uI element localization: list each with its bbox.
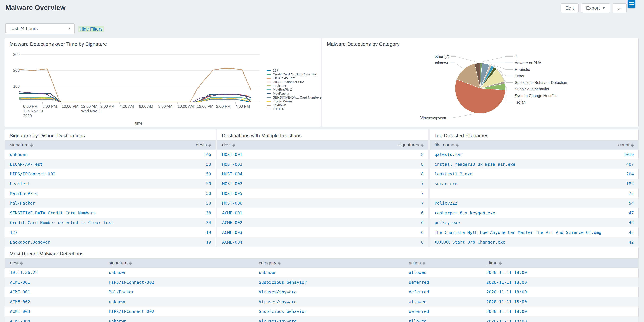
table-cell[interactable]: ACME-004 (218, 237, 391, 247)
edit-button[interactable]: Edit (561, 3, 578, 13)
table-cell[interactable]: 2020-11-11 18:00 (482, 287, 638, 297)
table-cell[interactable]: Credit Card Number detected in Clear Tex… (5, 218, 179, 227)
column-header-dests[interactable]: dests (179, 140, 216, 150)
table-cell[interactable]: 38 (179, 208, 216, 218)
table-cell[interactable]: 42 (602, 237, 638, 247)
legend-item[interactable]: EICAR-AV-Test (267, 76, 322, 80)
table-cell[interactable]: HOST-004 (218, 169, 391, 179)
legend-item[interactable]: HIPS/IPConnect-002 (267, 80, 322, 84)
table-cell[interactable]: Suspicious behavior (254, 306, 404, 316)
legend-item[interactable]: SENSITIVE-DA... Card Numbers (267, 96, 322, 99)
export-button[interactable]: Export ▼ (581, 3, 610, 13)
table-cell[interactable]: leaktest1.2.exe (430, 169, 602, 179)
table-cell[interactable]: unknown (5, 150, 179, 159)
table-cell[interactable]: ACME-002 (218, 218, 391, 227)
table-cell[interactable]: 2020-11-11 18:00 (482, 316, 638, 322)
table-cell[interactable]: Viruses/spyware (254, 297, 404, 306)
legend-item[interactable]: Mal/Packer (267, 92, 322, 96)
table-cell[interactable]: socar.exe (430, 179, 602, 189)
table-cell[interactable]: 6 (391, 208, 428, 218)
table-cell[interactable]: pdfkey.exe (430, 218, 602, 227)
table-cell[interactable]: ACME-002 (5, 297, 104, 306)
table-cell[interactable]: 407 (602, 159, 638, 169)
column-header-action[interactable]: action (404, 258, 482, 268)
table-cell[interactable]: HIPS/IPConnect-002 (5, 169, 179, 179)
table-cell[interactable]: deferred (404, 306, 482, 316)
column-header-signature[interactable]: signature (104, 258, 254, 268)
table-cell[interactable]: 19 (179, 237, 216, 247)
table-cell[interactable]: ACME-001 (218, 208, 391, 218)
table-cell[interactable]: 2020-11-11 18:00 (482, 277, 638, 287)
table-cell[interactable]: unknown (254, 268, 404, 277)
table-cell[interactable]: The Charisma Myth How Anyone Can Master … (430, 227, 602, 237)
table-cell[interactable]: Viruses/spyware (254, 316, 404, 322)
table-cell[interactable]: Mal/Packer (104, 287, 254, 297)
table-cell[interactable]: Viruses/spyware (254, 287, 404, 297)
hamburger-menu-button[interactable] (628, 0, 636, 8)
table-cell[interactable]: ACME-001 (5, 287, 104, 297)
table-cell[interactable]: ACME-004 (5, 316, 104, 322)
column-header-_time[interactable]: _time (482, 258, 638, 268)
legend-item[interactable]: LeakTest (267, 84, 322, 88)
table-cell[interactable]: ACME-003 (218, 227, 391, 237)
table-cell[interactable]: allowed (404, 268, 482, 277)
table-cell[interactable]: 50 (179, 198, 216, 208)
column-header-count[interactable]: count (602, 140, 638, 150)
table-cell[interactable]: 50 (179, 159, 216, 169)
table-cell[interactable]: 8 (391, 169, 428, 179)
table-cell[interactable]: 45 (602, 218, 638, 227)
table-cell[interactable]: 54 (602, 198, 638, 208)
table-cell[interactable]: HOST-001 (218, 150, 391, 159)
table-cell[interactable]: 2020-11-11 18:00 (482, 297, 638, 306)
pie-chart-canvas[interactable]: 4Adware or PUAHeuristicOtherSuspicious B… (322, 49, 638, 127)
legend-item[interactable]: OTHER (267, 107, 322, 111)
table-cell[interactable]: 10.11.36.28 (5, 268, 104, 277)
table-cell[interactable]: LeakTest (5, 179, 179, 189)
table-cell[interactable]: 50 (179, 179, 216, 189)
table-cell[interactable]: SENSITIVE-DATA Credit Card Numbers (5, 208, 179, 218)
table-cell[interactable]: 72 (602, 189, 638, 198)
table-cell[interactable]: 2020-11-11 18:00 (482, 268, 638, 277)
table-cell[interactable]: 8 (391, 150, 428, 159)
table-cell[interactable]: 127 (5, 227, 179, 237)
table-cell[interactable]: qatests.tar (430, 150, 602, 159)
table-cell[interactable]: install_reader10_uk_mssa_aih.exe (430, 159, 602, 169)
table-cell[interactable]: 185 (602, 179, 638, 189)
table-cell[interactable]: 7 (391, 189, 428, 198)
table-cell[interactable]: 47 (602, 208, 638, 218)
column-header-file_name[interactable]: file_name (430, 140, 602, 150)
table-cell[interactable]: 7 (391, 179, 428, 189)
table-cell[interactable]: 6 (391, 237, 428, 247)
table-cell[interactable]: HOST-002 (218, 179, 391, 189)
table-cell[interactable]: 34 (179, 218, 216, 227)
table-cell[interactable]: unknown (104, 268, 254, 277)
table-cell[interactable]: 42 (602, 227, 638, 237)
table-cell[interactable]: HIPS/IPConnect-002 (104, 306, 254, 316)
column-header-dest[interactable]: dest (5, 258, 104, 268)
table-cell[interactable]: HIPS/IPConnect-002 (104, 277, 254, 287)
column-header-signatures[interactable]: signatures (391, 140, 428, 150)
table-cell[interactable]: allowed (404, 297, 482, 306)
legend-item[interactable]: unknown (267, 103, 322, 107)
table-cell[interactable]: Mal/Packer (5, 198, 179, 208)
table-cell[interactable]: allowed (404, 316, 482, 322)
column-header-dest[interactable]: dest (218, 140, 391, 150)
table-cell[interactable]: ACME-003 (5, 306, 104, 316)
table-cell[interactable]: resharper.8.x.keygen.exe (430, 208, 602, 218)
legend-item[interactable]: Credit Card N...d in Clear Text (267, 72, 322, 76)
legend-item[interactable]: 127 (267, 69, 322, 72)
table-cell[interactable]: 7 (391, 198, 428, 208)
table-cell[interactable]: 1019 (602, 150, 638, 159)
table-cell[interactable]: unknown (104, 297, 254, 306)
column-header-signature[interactable]: signature (5, 140, 179, 150)
table-cell[interactable]: EICAR-AV-Test (5, 159, 179, 169)
table-cell[interactable] (430, 189, 602, 198)
table-cell[interactable]: 19 (179, 227, 216, 237)
table-cell[interactable]: unknown (104, 316, 254, 322)
table-cell[interactable]: Backdoor.Joggver (5, 237, 179, 247)
column-header-category[interactable]: category (254, 258, 404, 268)
table-cell[interactable]: PolicyZZZ (430, 198, 602, 208)
table-cell[interactable]: 50 (179, 189, 216, 198)
table-cell[interactable]: HOST-003 (218, 159, 391, 169)
table-cell[interactable]: 146 (179, 150, 216, 159)
